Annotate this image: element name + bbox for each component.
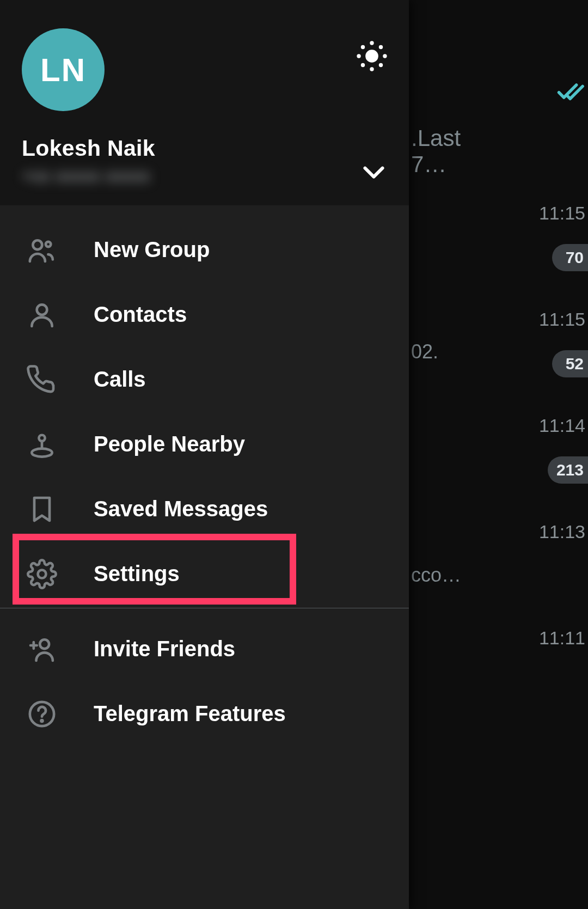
menu-label: Calls (94, 367, 146, 392)
chat-time: 11:13 (539, 521, 585, 542)
menu-label: People Nearby (94, 432, 245, 456)
chat-snippet: 02. (411, 340, 438, 363)
accounts-expand-icon[interactable] (359, 157, 389, 189)
theme-toggle-icon[interactable] (354, 38, 390, 74)
profile-phone: +xx xxxxx xxxxx (22, 166, 387, 186)
svg-point-2 (370, 67, 373, 71)
gear-icon (26, 558, 58, 590)
unread-count-badge: 213 (548, 456, 588, 484)
svg-point-7 (361, 63, 365, 67)
menu-invite-friends[interactable]: Invite Friends (0, 617, 409, 681)
chat-snippet: cco… (411, 564, 461, 587)
menu-calls[interactable]: Calls (0, 347, 409, 412)
svg-point-3 (357, 54, 360, 58)
profile-name[interactable]: Lokesh Naik (22, 136, 387, 161)
menu-label: Contacts (94, 302, 187, 327)
svg-point-0 (365, 50, 378, 63)
chat-row[interactable]: 11:13 cco… (411, 515, 588, 621)
svg-point-10 (46, 241, 51, 246)
group-icon (26, 234, 58, 266)
menu-label: Invite Friends (94, 637, 235, 661)
chat-time: 11:15 (539, 309, 585, 330)
avatar[interactable]: LN (22, 28, 105, 111)
help-icon (26, 698, 58, 730)
drawer-header: LN Lokesh Naik +xx xxxxx xxxxx (0, 0, 409, 205)
drawer-menu: New Group Contacts Calls People Nearby (0, 205, 409, 746)
menu-settings[interactable]: Settings (0, 541, 409, 606)
menu-label: Saved Messages (94, 497, 268, 521)
svg-point-5 (361, 45, 365, 49)
people-nearby-icon (26, 428, 58, 461)
svg-point-14 (38, 570, 46, 578)
unread-count-badge: 52 (552, 350, 588, 377)
phone-icon (26, 363, 58, 396)
svg-point-9 (33, 240, 42, 249)
menu-contacts[interactable]: Contacts (0, 282, 409, 347)
menu-label: Telegram Features (94, 701, 286, 726)
svg-point-4 (383, 54, 387, 58)
svg-point-13 (32, 448, 52, 456)
read-check-icon (556, 76, 586, 108)
svg-point-1 (370, 41, 373, 45)
svg-point-11 (37, 304, 47, 315)
menu-divider (0, 608, 409, 608)
menu-new-group[interactable]: New Group (0, 217, 409, 282)
menu-saved-messages[interactable]: Saved Messages (0, 477, 409, 541)
chat-row[interactable]: 11:14 213 (411, 408, 588, 515)
unread-count-badge: 70 (552, 244, 588, 271)
navigation-drawer: LN Lokesh Naik +xx xxxxx xxxxx New Group (0, 0, 409, 909)
svg-point-8 (379, 63, 383, 67)
chat-snippet: .Last 7… (411, 125, 461, 178)
svg-point-15 (40, 639, 49, 649)
chat-time: 11:14 (539, 415, 585, 436)
menu-people-nearby[interactable]: People Nearby (0, 412, 409, 477)
avatar-initials: LN (40, 51, 86, 89)
menu-telegram-features[interactable]: Telegram Features (0, 681, 409, 746)
chat-row[interactable]: 11:15 70 (411, 196, 588, 302)
person-icon (26, 298, 58, 331)
chat-row[interactable]: .Last 7… (411, 0, 588, 196)
svg-point-19 (41, 720, 43, 722)
chat-row[interactable]: 11:15 02. 52 (411, 302, 588, 408)
svg-point-12 (39, 435, 45, 441)
invite-icon (26, 633, 58, 666)
menu-label: New Group (94, 237, 210, 262)
chat-time: 11:11 (539, 627, 585, 649)
svg-point-6 (379, 45, 383, 49)
menu-label: Settings (94, 562, 180, 586)
bookmark-icon (26, 493, 58, 526)
chat-time: 11:15 (539, 203, 585, 224)
chat-row[interactable]: 11:11 (411, 621, 588, 727)
chat-list-partial: .Last 7… 11:15 70 11:15 02. 52 11:14 213… (411, 0, 588, 909)
